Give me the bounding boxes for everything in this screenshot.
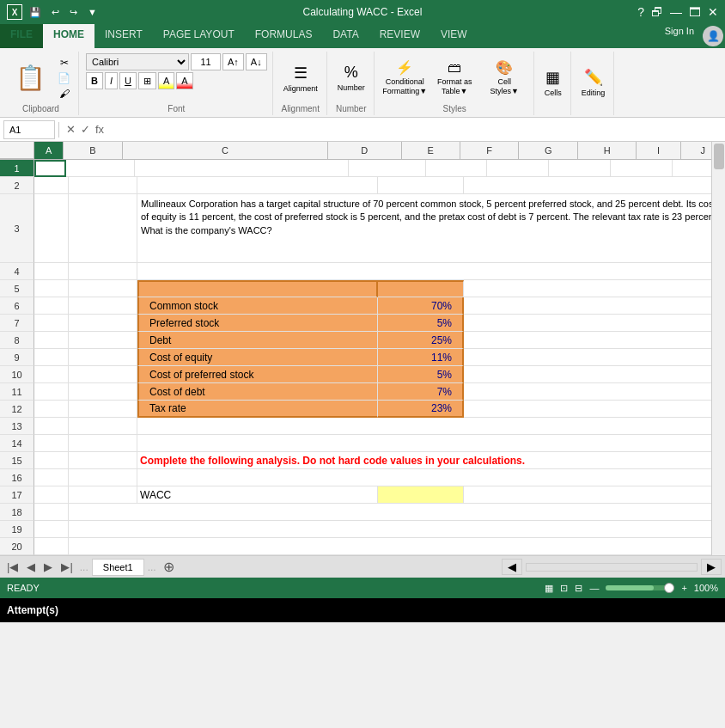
- cell-B8[interactable]: [69, 332, 137, 349]
- cell-C10[interactable]: Cost of preferred stock: [137, 366, 378, 383]
- hscroll-right[interactable]: ▶: [701, 559, 722, 575]
- format-as-table-btn[interactable]: 🗃 Format as Table▼: [431, 58, 478, 98]
- cell-B5[interactable]: [69, 280, 137, 297]
- vertical-scrollbar[interactable]: [711, 142, 725, 555]
- tab-data[interactable]: DATA: [322, 24, 369, 48]
- col-header-I[interactable]: I: [637, 142, 680, 159]
- cell-C12[interactable]: Tax rate: [137, 401, 378, 418]
- cell-C15[interactable]: Complete the following analysis. Do not …: [137, 452, 725, 469]
- copy-btn[interactable]: 📄: [55, 71, 73, 85]
- cell-E2[interactable]: [464, 177, 725, 194]
- col-header-B[interactable]: B: [64, 142, 122, 159]
- cell-C5[interactable]: [137, 280, 378, 297]
- cell-A4[interactable]: [34, 263, 69, 280]
- cell-A16[interactable]: [34, 469, 69, 486]
- cell-A15[interactable]: [34, 452, 69, 469]
- cell-A2[interactable]: [34, 177, 69, 194]
- cell-D6[interactable]: 70%: [378, 297, 464, 315]
- sheet-nav-last[interactable]: ▶|: [58, 559, 76, 575]
- font-shrink-btn[interactable]: A↓: [246, 53, 267, 70]
- cell-F1[interactable]: [487, 160, 549, 177]
- redo-btn[interactable]: ↪: [66, 5, 81, 20]
- sheet-nav-first[interactable]: |◀: [3, 559, 21, 575]
- cell-C8[interactable]: Debt: [137, 332, 378, 349]
- cell-D1[interactable]: [349, 160, 426, 177]
- underline-btn[interactable]: U: [119, 72, 137, 89]
- maximize-btn[interactable]: 🗖: [689, 5, 701, 19]
- confirm-formula-icon[interactable]: ✓: [81, 123, 90, 136]
- sheet-tab-sheet1[interactable]: Sheet1: [92, 559, 144, 576]
- cells-btn[interactable]: ▦ Cells: [541, 66, 565, 99]
- cell-G1[interactable]: [549, 160, 611, 177]
- scrollbar-thumb[interactable]: [714, 144, 724, 169]
- quick-access-more[interactable]: ▼: [84, 5, 101, 19]
- restore-btn[interactable]: 🗗: [651, 5, 663, 19]
- cell-A14[interactable]: [34, 435, 69, 452]
- col-header-H[interactable]: H: [578, 142, 637, 159]
- cell-A19[interactable]: [34, 521, 69, 538]
- cell-D11[interactable]: 7%: [378, 383, 464, 401]
- fill-color-btn[interactable]: A: [158, 72, 174, 89]
- undo-btn[interactable]: ↩: [48, 5, 63, 20]
- close-btn[interactable]: ✕: [708, 5, 718, 19]
- col-header-D[interactable]: D: [328, 142, 402, 159]
- cell-B16[interactable]: [69, 469, 137, 486]
- cell-C16[interactable]: [137, 469, 725, 486]
- zoom-slider[interactable]: [606, 585, 674, 590]
- cell-D17[interactable]: [378, 486, 464, 504]
- cut-btn[interactable]: ✂: [55, 56, 73, 70]
- save-btn[interactable]: 💾: [26, 5, 45, 20]
- cell-C11[interactable]: Cost of debt: [137, 383, 378, 401]
- italic-btn[interactable]: I: [105, 72, 118, 89]
- cell-E9[interactable]: [464, 349, 725, 366]
- col-header-F[interactable]: F: [460, 142, 519, 159]
- cell-rest-20[interactable]: [69, 538, 725, 555]
- cell-B14[interactable]: [69, 435, 137, 452]
- hscroll-left[interactable]: ◀: [502, 559, 522, 575]
- tab-home[interactable]: HOME: [43, 24, 94, 48]
- sheet-nav-prev[interactable]: ◀: [23, 559, 39, 575]
- cell-A13[interactable]: [34, 418, 69, 435]
- cell-C13[interactable]: [137, 418, 725, 435]
- formula-input[interactable]: [111, 122, 722, 138]
- sign-in-btn[interactable]: Sign In: [658, 24, 701, 48]
- cell-C7[interactable]: Preferred stock: [137, 315, 378, 332]
- cell-D8[interactable]: 25%: [378, 332, 464, 349]
- tab-review[interactable]: REVIEW: [369, 24, 430, 48]
- cell-A10[interactable]: [34, 366, 69, 383]
- cell-A5[interactable]: [34, 280, 69, 297]
- font-color-btn[interactable]: A: [176, 72, 192, 89]
- editing-btn[interactable]: ✏️ Editing: [578, 66, 609, 99]
- col-header-C[interactable]: C: [123, 142, 328, 159]
- cell-B9[interactable]: [69, 349, 137, 366]
- cell-D7[interactable]: 5%: [378, 315, 464, 332]
- sheet-nav-next[interactable]: ▶: [40, 559, 56, 575]
- cell-E6[interactable]: [464, 297, 725, 315]
- cell-A6[interactable]: [34, 297, 69, 315]
- cell-B6[interactable]: [69, 297, 137, 315]
- borders-btn[interactable]: ⊞: [138, 72, 156, 89]
- number-btn[interactable]: % Number: [334, 62, 369, 94]
- cell-B13[interactable]: [69, 418, 137, 435]
- cell-A17[interactable]: [34, 486, 69, 504]
- tab-view[interactable]: VIEW: [430, 24, 478, 48]
- cell-rest-19[interactable]: [69, 521, 725, 538]
- insert-function-icon[interactable]: fx: [95, 123, 104, 136]
- zoom-out-icon[interactable]: —: [589, 583, 599, 593]
- font-family-select[interactable]: Calibri: [86, 53, 189, 70]
- cell-rest-18[interactable]: [69, 504, 725, 521]
- cell-B3[interactable]: [69, 194, 137, 263]
- bold-btn[interactable]: B: [86, 72, 103, 89]
- cell-E12[interactable]: [464, 401, 725, 418]
- cell-C14[interactable]: [137, 435, 725, 452]
- conditional-formatting-btn[interactable]: ⚡ Conditional Formatting▼: [381, 58, 429, 98]
- horizontal-scrollbar[interactable]: [526, 563, 698, 572]
- cell-D5[interactable]: [378, 280, 464, 297]
- cell-B7[interactable]: [69, 315, 137, 332]
- cell-E10[interactable]: [464, 366, 725, 383]
- cell-E11[interactable]: [464, 383, 725, 401]
- cell-E1[interactable]: [426, 160, 488, 177]
- cell-B12[interactable]: [69, 401, 137, 418]
- col-header-G[interactable]: G: [519, 142, 577, 159]
- cell-D10[interactable]: 5%: [378, 366, 464, 383]
